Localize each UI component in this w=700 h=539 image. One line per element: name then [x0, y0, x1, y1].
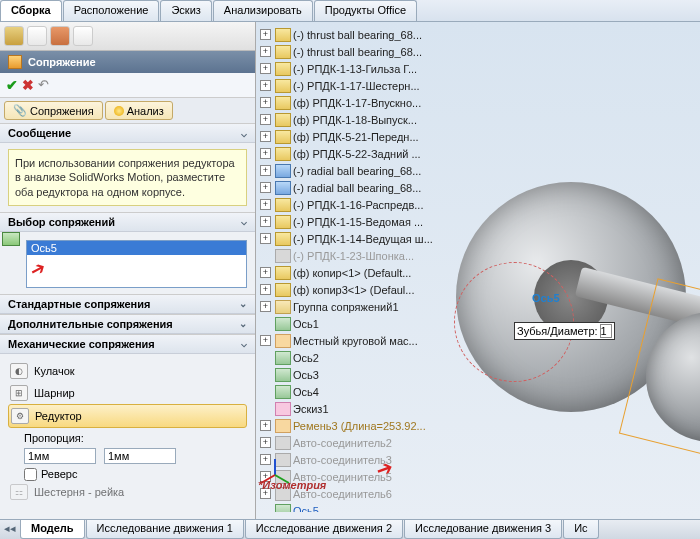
axis-icon: [275, 351, 291, 365]
motion-tab[interactable]: Ис: [563, 520, 598, 539]
motion-tab[interactable]: Модель: [20, 520, 85, 539]
fm-tab-1[interactable]: [4, 26, 24, 46]
ribbon-tab[interactable]: Расположение: [63, 0, 160, 21]
tree-item[interactable]: + (-) РПДК-1-13-Гильза Г...: [258, 60, 504, 77]
chevron-up-icon: ⌵: [241, 128, 247, 139]
ribbon-tab[interactable]: Эскиз: [160, 0, 211, 21]
ribbon-tabs: СборкаРасположениеЭскизАнализироватьПрод…: [0, 0, 700, 22]
chevron-down-icon: ⌄: [239, 298, 247, 309]
ratio-callout-input[interactable]: [600, 324, 612, 338]
expand-icon[interactable]: +: [260, 46, 271, 57]
tab-analysis[interactable]: Анализ: [105, 101, 173, 120]
selection-filter-icon[interactable]: [2, 232, 20, 246]
part-icon: [275, 266, 291, 280]
mate-hinge[interactable]: ⊞Шарнир: [8, 382, 247, 404]
expand-icon[interactable]: +: [260, 420, 271, 431]
view-name-label: *Изометрия: [258, 479, 326, 491]
ok-button[interactable]: ✔: [6, 77, 18, 93]
part-icon: [275, 232, 291, 246]
gear-icon: ⚙: [11, 408, 29, 424]
expand-icon[interactable]: +: [260, 267, 271, 278]
part-icon: [275, 147, 291, 161]
section-message-header[interactable]: Сообщение⌵: [0, 124, 255, 143]
tree-item[interactable]: + (ф) РПДК-1-18-Выпуск...: [258, 111, 504, 128]
gear-ratio-callout[interactable]: Зубья/Диаметр:: [514, 322, 615, 340]
tree-item[interactable]: + (-) thrust ball bearing_68...: [258, 26, 504, 43]
motion-tab[interactable]: Исследование движения 1: [86, 520, 244, 539]
fm-tab-3[interactable]: [50, 26, 70, 46]
pm-title-bar: Сопряжение: [0, 51, 255, 73]
feature-manager-tabs: [0, 22, 255, 51]
tree-item[interactable]: Ось5: [258, 502, 504, 512]
ribbon-tab[interactable]: Анализировать: [213, 0, 313, 21]
message-text: При использовании сопряжения редуктора в…: [8, 149, 247, 206]
part-icon: [275, 283, 291, 297]
section-selection-header[interactable]: Выбор сопряжений⌵: [0, 213, 255, 232]
pm-title: Сопряжение: [28, 56, 96, 68]
expand-icon[interactable]: +: [260, 233, 271, 244]
blue-icon: [275, 164, 291, 178]
selection-item[interactable]: Ось5: [27, 241, 246, 255]
lamp-icon: [114, 106, 124, 116]
section-standard-header[interactable]: Стандартные сопряжения⌄: [0, 295, 255, 314]
orientation-triad[interactable]: [260, 445, 290, 475]
expand-icon[interactable]: +: [260, 165, 271, 176]
expand-icon[interactable]: +: [260, 80, 271, 91]
part-icon: [275, 62, 291, 76]
fold-icon: [275, 300, 291, 314]
ribbon-tab[interactable]: Сборка: [0, 0, 62, 21]
part-icon: [275, 215, 291, 229]
expand-icon[interactable]: +: [260, 148, 271, 159]
ratio-b-input[interactable]: [104, 448, 176, 464]
expand-icon[interactable]: +: [260, 216, 271, 227]
chevron-down-icon: ⌄: [239, 318, 247, 329]
expand-icon[interactable]: +: [260, 199, 271, 210]
axis-icon: [275, 368, 291, 382]
mate-gear[interactable]: ⚙Редуктор: [8, 404, 247, 428]
ratio-a-input[interactable]: [24, 448, 96, 464]
tab-mates[interactable]: 📎Сопряжения: [4, 101, 103, 120]
expand-icon[interactable]: +: [260, 29, 271, 40]
tree-item[interactable]: + (ф) РПДК-5-21-Передн...: [258, 128, 504, 145]
dim-icon: [275, 419, 291, 433]
mate-icon: [8, 55, 22, 69]
fm-tab-4[interactable]: [73, 26, 93, 46]
motion-tab[interactable]: Исследование движения 2: [245, 520, 403, 539]
expand-icon[interactable]: +: [260, 301, 271, 312]
cam-icon: ◐: [10, 363, 28, 379]
undo-button[interactable]: ↶: [38, 77, 49, 93]
motion-tab[interactable]: Исследование движения 3: [404, 520, 562, 539]
tabs-prev[interactable]: ◂◂: [0, 520, 20, 539]
tree-item[interactable]: + (-) thrust ball bearing_68...: [258, 43, 504, 60]
mate-selection-list[interactable]: Ось5: [26, 240, 247, 288]
expand-icon[interactable]: +: [260, 97, 271, 108]
hinge-icon: ⊞: [10, 385, 28, 401]
graphics-viewport[interactable]: + (-) thrust ball bearing_68...+ (-) thr…: [256, 22, 700, 519]
expand-icon[interactable]: +: [260, 284, 271, 295]
part-icon: [275, 45, 291, 59]
tree-item[interactable]: + (ф) РПДК-1-17-Впускно...: [258, 94, 504, 111]
section-mechanical-header[interactable]: Механические сопряжения⌵: [0, 335, 255, 354]
expand-icon[interactable]: +: [260, 63, 271, 74]
pm-sub-tabs: 📎Сопряжения Анализ: [0, 98, 255, 123]
expand-icon[interactable]: +: [260, 131, 271, 142]
part-icon: [275, 198, 291, 212]
axis-icon: [275, 385, 291, 399]
expand-icon[interactable]: +: [260, 335, 271, 346]
fm-tab-2[interactable]: [27, 26, 47, 46]
section-advanced-header[interactable]: Дополнительные сопряжения⌄: [0, 315, 255, 334]
part-icon: [275, 79, 291, 93]
cancel-button[interactable]: ✖: [22, 77, 34, 93]
ratio-label: Пропорция:: [24, 432, 247, 444]
expand-icon[interactable]: +: [260, 182, 271, 193]
part-icon: [275, 96, 291, 110]
mate-rack[interactable]: ⚏Шестерня - рейка: [8, 481, 247, 503]
reverse-checkbox[interactable]: [24, 468, 37, 481]
axis-icon: [275, 504, 291, 513]
expand-icon[interactable]: +: [260, 114, 271, 125]
mate-cam[interactable]: ◐Кулачок: [8, 360, 247, 382]
ribbon-tab[interactable]: Продукты Office: [314, 0, 417, 21]
axis-callout: Ось5: [532, 292, 560, 304]
axis-icon: [275, 317, 291, 331]
tree-item[interactable]: + (-) РПДК-1-17-Шестерн...: [258, 77, 504, 94]
